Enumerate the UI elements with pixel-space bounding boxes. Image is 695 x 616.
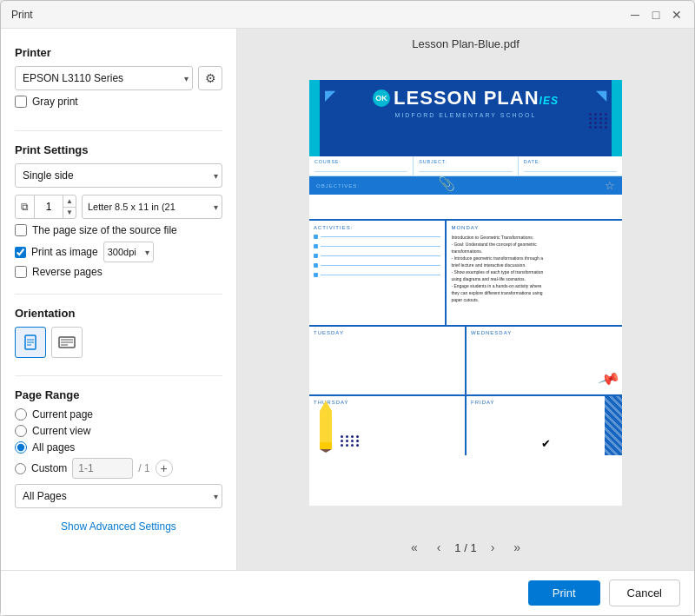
preview-nav: « ‹ 1 / 1 › » [406,528,526,570]
all-pages-row: All pages [15,441,222,454]
copies-spinners: ▲ ▼ [63,195,76,218]
lp-main-title: LESSON PLANies [394,87,559,109]
current-page-label[interactable]: Current page [32,408,93,421]
printer-row: EPSON L3110 Series Microsoft Print to PD… [15,66,222,90]
lp-header: ◤ ◥ OK L [309,80,622,156]
copies-decrement[interactable]: ▼ [63,208,76,219]
custom-radio[interactable] [15,463,26,474]
prev-page-button[interactable]: ‹ [432,537,447,558]
window-title: Print [11,9,33,21]
lp-clip-icon: 📎 [438,176,455,192]
lp-thursday-cell: THURSDAY [309,396,467,455]
lp-act-item-2 [314,244,440,248]
preview-filename: Lesson Plan-Blue.pdf [412,29,520,57]
lp-tue-wed-row: TUESDAY WEDNESDAY [309,325,622,394]
lp-school-name: MIDFORD ELEMENTARY SCHOOL [395,112,537,118]
page-range-section: Page Range Current page Current view All… [15,385,222,508]
svg-marker-11 [320,449,332,453]
landscape-button[interactable] [51,327,83,358]
printer-section-title: Printer [15,46,222,59]
next-page-button[interactable]: › [486,537,500,558]
lp-tuesday-label: TUESDAY [314,330,460,335]
duplex-select[interactable]: Single side Both sides (long edge) Both … [15,163,222,188]
last-page-button[interactable]: » [508,537,526,558]
document-preview: ◤ ◥ OK L [309,80,622,506]
page-size-select[interactable]: Letter 8.5 x 11 in (21 A4 [82,195,222,219]
all-pages-label[interactable]: All pages [32,441,75,454]
main-content: Printer EPSON L3110 Series Microsoft Pri… [1,29,694,570]
lp-objectives-label: OBJECTIVES: [316,183,360,189]
print-as-image-label[interactable]: Print as image [31,246,98,258]
custom-add-button[interactable]: + [156,460,173,477]
titlebar: Print ─ □ ✕ [1,1,694,29]
divider-3 [15,375,222,376]
minimize-button[interactable]: ─ [628,8,642,22]
gray-print-checkbox[interactable] [15,96,27,108]
lp-act-item-4 [314,263,440,268]
printer-select[interactable]: EPSON L3110 Series Microsoft Print to PD… [15,66,193,90]
lp-title-row: OK LESSON PLANies [373,87,559,109]
lp-pencil-area [313,401,339,455]
preview-area: ◤ ◥ OK L [237,57,694,528]
copies-increment[interactable]: ▲ [63,195,76,208]
print-settings-section: Print Settings Single side Both sides (l… [15,140,222,282]
copies-pagesise-row: ⧉ ▲ ▼ Letter 8.5 x 11 in (21 A4 [15,195,222,219]
fri-deco-right [605,396,622,455]
lp-body-grid: ACTIVITIES: MONDAY Introduction to Geome… [309,221,622,325]
gray-print-label[interactable]: Gray print [32,96,78,108]
svg-rect-9 [320,411,332,442]
copies-input[interactable] [35,195,63,218]
source-file-row: The page size of the source file [15,224,222,236]
dpi-select[interactable]: 300dpi 150dpi 600dpi [103,242,154,262]
lp-friday-cell: FRIDAY 📌 ✔ [467,396,622,455]
lp-star-icon: ☆ [605,179,615,192]
lp-monday-text: Introduction to Geometric Transformation… [451,234,618,303]
lp-tuesday-cell: TUESDAY [309,327,467,394]
print-settings-title: Print Settings [15,143,222,156]
print-button[interactable]: Print [528,580,600,606]
orientation-buttons [15,327,222,358]
current-view-label[interactable]: Current view [32,425,90,437]
show-advanced-link[interactable]: Show Advanced Settings [15,520,222,533]
lp-date-field: DATE: [519,156,622,176]
first-page-button[interactable]: « [406,537,423,558]
maximize-button[interactable]: □ [649,8,663,22]
all-pages-radio[interactable] [15,441,27,454]
pencil-icon [313,401,339,453]
portrait-button[interactable] [15,327,46,358]
orientation-section: Orientation [15,303,222,363]
source-file-checkbox[interactable] [15,224,27,236]
custom-label[interactable]: Custom [31,462,67,474]
lp-subject-underline [419,164,512,172]
close-button[interactable]: ✕ [670,8,684,22]
print-as-image-row: Print as image 300dpi 150dpi 600dpi [15,242,222,262]
copies-icon: ⧉ [16,195,35,218]
cancel-button[interactable]: Cancel [609,580,680,606]
check-icon: ✔ [541,437,551,450]
copies-control: ⧉ ▲ ▼ [15,195,76,219]
lp-act-item-1 [314,235,440,239]
divider-1 [15,130,222,131]
print-dialog: Print ─ □ ✕ Printer EPSON L3110 Series M… [0,0,695,616]
print-as-image-checkbox[interactable] [15,247,26,258]
gear-icon: ⚙ [205,71,216,85]
current-page-row: Current page [15,408,222,421]
lp-act-item-3 [314,254,440,258]
custom-range-input[interactable] [72,458,133,479]
lp-wednesday-label: WEDNESDAY [471,330,618,335]
printer-settings-button[interactable]: ⚙ [198,66,222,90]
lp-act-item-5 [314,273,440,277]
lp-monday-col: MONDAY Introduction to Geometric Transfo… [447,221,622,325]
lp-dots-bottom-left [341,435,360,447]
source-file-label[interactable]: The page size of the source file [32,224,177,236]
subset-select[interactable]: All Pages Odd pages Even pages [15,484,222,508]
current-page-radio[interactable] [15,408,27,421]
left-panel: Printer EPSON L3110 Series Microsoft Pri… [1,29,237,570]
page-info: 1 / 1 [454,541,476,554]
reverse-pages-label[interactable]: Reverse pages [32,266,103,278]
reverse-pages-checkbox[interactable] [15,266,27,278]
lp-friday-label: FRIDAY [471,400,618,405]
lp-fields-strip: COURSE: SUBJECT: DATE: [309,156,622,176]
current-view-radio[interactable] [15,425,27,437]
right-panel: Lesson Plan-Blue.pdf ◤ ◥ [237,29,694,570]
